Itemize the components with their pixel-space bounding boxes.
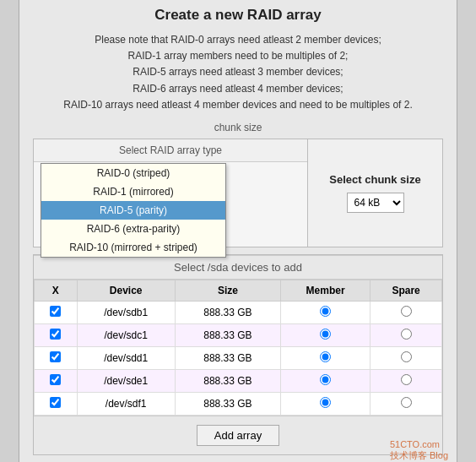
member-radio[interactable] [320, 374, 331, 385]
member-radio[interactable] [320, 397, 331, 408]
spare-cell [371, 392, 442, 415]
raid-type-header-text: Select RAID array type [119, 144, 222, 156]
device-name: /dev/sdf1 [77, 392, 175, 415]
device-checkbox[interactable] [50, 374, 61, 385]
member-cell [281, 369, 371, 392]
device-size: 888.33 GB [175, 392, 280, 415]
notice-line-4: RAID-6 arrays need atleast 4 member devi… [133, 83, 343, 95]
watermark: 51CTO.com技术博客 Blog [390, 439, 448, 462]
spare-radio[interactable] [401, 397, 412, 408]
table-row: /dev/sdd1888.33 GB [35, 346, 442, 369]
member-cell [281, 346, 371, 369]
spare-radio[interactable] [401, 329, 412, 340]
raid-option-1[interactable]: RAID-1 (mirrored) [41, 182, 225, 201]
member-cell [281, 323, 371, 346]
devices-table: X Device Size Member Spare /dev/sdb1888.… [34, 280, 442, 416]
chunk-size-select[interactable]: 32 kB 64 kB 128 kB 256 kB 512 kB [347, 193, 404, 213]
member-cell [281, 301, 371, 323]
device-size: 888.33 GB [175, 323, 280, 346]
device-size: 888.33 GB [175, 301, 280, 323]
spare-radio[interactable] [401, 306, 412, 317]
notice-line-1: Please note that RAID-0 arrays need atle… [95, 34, 381, 46]
table-row: /dev/sdb1888.33 GB [35, 301, 442, 323]
notice-text: Please note that RAID-0 arrays need atle… [33, 32, 443, 113]
main-row: Select RAID array type RAID-0 (striped) … [33, 139, 443, 247]
checkbox-cell [35, 323, 78, 346]
device-name: /dev/sdc1 [77, 323, 175, 346]
devices-section-wrapper: Select /sda devices to add X Device Size… [33, 254, 443, 455]
device-name: /dev/sdb1 [77, 301, 175, 323]
member-radio[interactable] [320, 306, 331, 317]
device-checkbox[interactable] [50, 329, 61, 340]
spare-cell [371, 369, 442, 392]
add-array-button[interactable]: Add array [197, 425, 279, 446]
checkbox-cell [35, 346, 78, 369]
raid-option-4[interactable]: RAID-10 (mirrored + striped) [41, 238, 225, 257]
raid-type-dropdown[interactable]: RAID-0 (striped) RAID-1 (mirrored) RAID-… [41, 163, 226, 258]
add-array-row: Add array [34, 416, 442, 454]
spare-cell [371, 301, 442, 323]
device-size: 888.33 GB [175, 369, 280, 392]
member-radio[interactable] [320, 351, 331, 362]
device-size: 888.33 GB [175, 346, 280, 369]
chunk-size-section: Select chunk size 32 kB 64 kB 128 kB 256… [308, 139, 443, 247]
table-header-row: X Device Size Member Spare [35, 280, 442, 301]
chunk-size-note: chunk size [33, 122, 443, 133]
page-container: Create a new RAID array Please note that… [19, 0, 457, 462]
member-cell [281, 392, 371, 415]
notice-line-3: RAID-5 arrays need atleast 3 member devi… [133, 66, 343, 78]
checkbox-cell [35, 392, 78, 415]
raid-option-0[interactable]: RAID-0 (striped) [41, 164, 225, 182]
device-name: /dev/sdd1 [77, 346, 175, 369]
device-checkbox[interactable] [50, 351, 61, 362]
devices-header: Select /sda devices to add [34, 255, 442, 280]
notice-line-5: RAID-10 arrays need atleast 4 member dev… [63, 99, 413, 111]
col-header-spare: Spare [371, 280, 442, 301]
checkbox-cell [35, 369, 78, 392]
spare-radio[interactable] [401, 374, 412, 385]
col-header-x: X [35, 280, 78, 301]
checkbox-cell [35, 301, 78, 323]
device-name: /dev/sde1 [77, 369, 175, 392]
raid-type-section: Select RAID array type RAID-0 (striped) … [33, 139, 308, 247]
col-header-member: Member [281, 280, 371, 301]
raid-option-2[interactable]: RAID-5 (parity) [41, 201, 225, 220]
device-checkbox[interactable] [50, 397, 61, 408]
notice-line-2: RAID-1 array members need to be multiple… [128, 50, 349, 62]
page-title: Create a new RAID array [33, 7, 443, 24]
spare-radio[interactable] [401, 351, 412, 362]
spare-cell [371, 346, 442, 369]
spare-cell [371, 323, 442, 346]
raid-option-3[interactable]: RAID-6 (extra-parity) [41, 220, 225, 238]
member-radio[interactable] [320, 329, 331, 340]
table-row: /dev/sdf1888.33 GB [35, 392, 442, 415]
raid-type-header: Select RAID array type RAID-0 (striped) … [34, 139, 307, 162]
device-checkbox[interactable] [50, 306, 61, 317]
table-row: /dev/sde1888.33 GB [35, 369, 442, 392]
chunk-select-wrapper: 32 kB 64 kB 128 kB 256 kB 512 kB [347, 193, 404, 213]
table-row: /dev/sdc1888.33 GB [35, 323, 442, 346]
col-header-device: Device [77, 280, 175, 301]
col-header-size: Size [175, 280, 280, 301]
chunk-size-title: Select chunk size [329, 173, 420, 186]
